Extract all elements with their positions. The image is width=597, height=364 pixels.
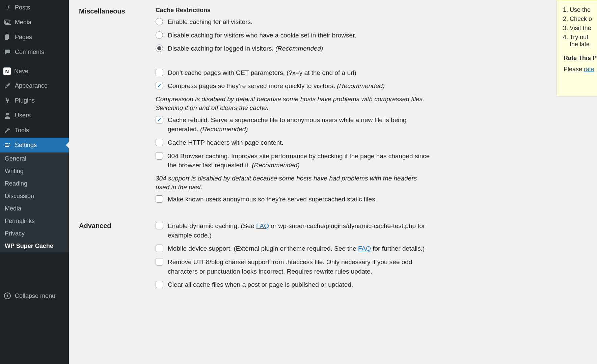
submenu-privacy[interactable]: Privacy [0, 227, 69, 240]
submenu-permalinks[interactable]: Permalinks [0, 215, 69, 227]
checkbox-icon [156, 152, 163, 160]
checkbox-icon [156, 82, 163, 89]
checkbox-icon [156, 281, 163, 288]
option-label: Remove UTF8/blog charset support from .h… [168, 257, 432, 276]
rate-plugin-heading: Rate This Pl [564, 55, 597, 62]
collapse-menu-button[interactable]: Collapse menu [0, 288, 69, 303]
sidebar-item-label: Tools [15, 127, 29, 134]
checkbox-icon [156, 139, 163, 146]
collapse-label: Collapse menu [15, 292, 55, 300]
link-rate[interactable]: rate [584, 66, 594, 73]
checkbox-cache-http-headers[interactable]: Cache HTTP headers with page content. [156, 138, 432, 147]
sidebar-item-settings[interactable]: Settings [0, 138, 69, 152]
radio-enable-caching-all[interactable]: Enable caching for all visitors. [156, 17, 432, 27]
info-sidebar-box: Use the Check o Visit the Try out the la… [557, 0, 597, 96]
sidebar-item-label: Appearance [15, 82, 48, 89]
note-compression: Compression is disabled by default becau… [156, 95, 432, 113]
radio-disable-caching-logged-in[interactable]: Disable caching for logged in visitors. … [156, 44, 432, 53]
checkbox-compress-pages[interactable]: Compress pages so they’re served more qu… [156, 81, 432, 91]
sidebar-item-label: Users [15, 112, 31, 119]
checkbox-remove-utf8[interactable]: Remove UTF8/blog charset support from .h… [156, 257, 432, 276]
section-label-advanced: Advanced [79, 221, 149, 293]
link-faq-dynamic[interactable]: FAQ [256, 222, 269, 229]
link-faq-mobile[interactable]: FAQ [358, 245, 371, 252]
sidebar-item-tools[interactable]: Tools [0, 123, 69, 138]
admin-sidebar: Posts Media Pages Comments N Neve [0, 0, 69, 364]
wrench-icon [3, 126, 11, 134]
submenu-discussion[interactable]: Discussion [0, 190, 69, 202]
info-item: Visit the [570, 25, 597, 32]
user-icon [3, 111, 11, 119]
checkbox-dynamic-caching[interactable]: Enable dynamic caching. (See FAQ or wp-s… [156, 221, 432, 240]
collapse-icon [3, 292, 11, 300]
sidebar-item-posts[interactable]: Posts [0, 0, 69, 15]
sidebar-item-label: Settings [15, 142, 37, 149]
sidebar-item-label: Plugins [15, 97, 35, 104]
media-icon [3, 18, 11, 26]
heading-cache-restrictions: Cache Restrictions [156, 7, 432, 14]
rate-plugin-text: Please rate [564, 66, 597, 73]
sidebar-item-label: Comments [15, 49, 44, 56]
sidebar-item-label: Media [15, 19, 31, 26]
option-label: Enable caching for all visitors. [168, 17, 252, 27]
checkbox-icon [156, 195, 163, 203]
comment-icon [3, 48, 11, 56]
submenu-writing[interactable]: Writing [0, 165, 69, 177]
option-label: Compress pages so they’re served more qu… [168, 81, 385, 91]
checkbox-icon [156, 69, 163, 76]
checkbox-icon [156, 116, 163, 123]
checkbox-icon [156, 245, 163, 252]
checkbox-icon [156, 258, 163, 265]
option-label: Disable caching for logged in visitors. … [168, 44, 323, 53]
info-item: Use the [570, 6, 597, 13]
option-label: Cache rebuild. Serve a supercache file t… [168, 115, 432, 134]
sliders-icon [3, 141, 11, 149]
submenu-media[interactable]: Media [0, 202, 69, 215]
pin-icon [3, 3, 11, 11]
sidebar-item-plugins[interactable]: Plugins [0, 93, 69, 108]
radio-icon [156, 18, 163, 25]
neve-icon: N [3, 67, 11, 75]
radio-disable-caching-cookie[interactable]: Disable caching for visitors who have a … [156, 31, 432, 40]
sidebar-item-label: Pages [15, 34, 32, 41]
submenu-general[interactable]: General [0, 152, 69, 165]
option-label: Cache HTTP headers with page content. [168, 138, 283, 147]
sidebar-item-media[interactable]: Media [0, 15, 69, 30]
info-item: Try out the late [570, 34, 597, 48]
submenu-wp-super-cache[interactable]: WP Super Cache [0, 240, 69, 252]
radio-icon [156, 31, 163, 39]
sidebar-item-label: Posts [15, 4, 30, 11]
note-304: 304 support is disabled by default becau… [156, 174, 432, 192]
pages-icon [3, 33, 11, 41]
main-content: Miscellaneous Cache Restrictions Enable … [69, 0, 597, 364]
brush-icon [3, 82, 11, 90]
radio-icon [156, 45, 163, 52]
sidebar-item-comments[interactable]: Comments [0, 45, 69, 59]
sidebar-item-appearance[interactable]: Appearance [0, 78, 69, 93]
settings-submenu: General Writing Reading Discussion Media… [0, 152, 69, 252]
checkbox-clear-cache-on-publish[interactable]: Clear all cache files when a post or pag… [156, 280, 432, 289]
option-label: Clear all cache files when a post or pag… [168, 280, 353, 289]
checkbox-dont-cache-get[interactable]: Don’t cache pages with GET parameters. (… [156, 68, 432, 78]
option-label: Disable caching for visitors who have a … [168, 31, 356, 40]
sidebar-item-neve[interactable]: N Neve [0, 64, 69, 78]
section-label-miscellaneous: Miscellaneous [79, 7, 149, 208]
info-item: Check o [570, 16, 597, 23]
plug-icon [3, 96, 11, 105]
checkbox-make-anonymous[interactable]: Make known users anonymous so they’re se… [156, 195, 432, 204]
sidebar-item-label: Neve [14, 68, 28, 75]
sidebar-item-pages[interactable]: Pages [0, 30, 69, 45]
checkbox-icon [156, 222, 163, 229]
option-label: Mobile device support. (External plugin … [168, 244, 425, 253]
option-label: Make known users anonymous so they’re se… [168, 195, 377, 204]
svg-point-0 [6, 113, 9, 115]
sidebar-item-users[interactable]: Users [0, 108, 69, 123]
option-label: Enable dynamic caching. (See FAQ or wp-s… [168, 221, 432, 240]
checkbox-cache-rebuild[interactable]: Cache rebuild. Serve a supercache file t… [156, 115, 432, 134]
checkbox-mobile-support[interactable]: Mobile device support. (External plugin … [156, 244, 432, 253]
option-label: 304 Browser caching. Improves site perfo… [168, 151, 432, 170]
option-label: Don’t cache pages with GET parameters. (… [168, 68, 356, 78]
checkbox-304-browser-caching[interactable]: 304 Browser caching. Improves site perfo… [156, 151, 432, 170]
submenu-reading[interactable]: Reading [0, 177, 69, 190]
